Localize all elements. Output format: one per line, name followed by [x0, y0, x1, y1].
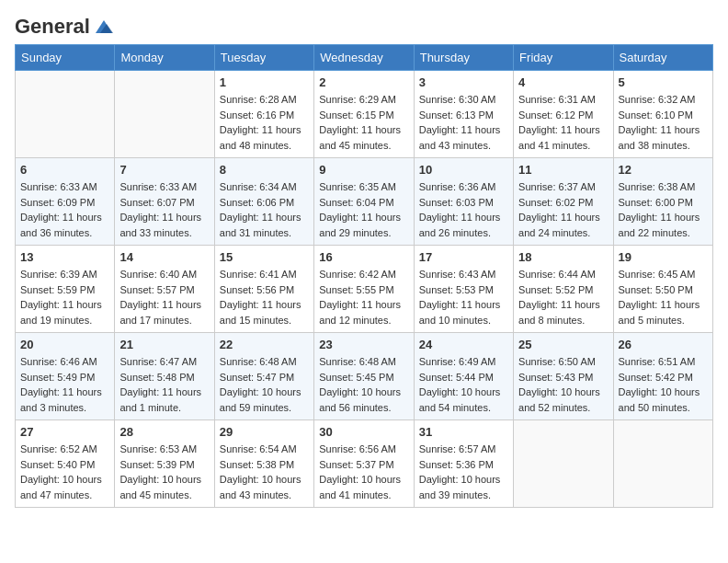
calendar-cell: 25Sunrise: 6:50 AMSunset: 5:43 PMDayligh…	[514, 333, 613, 420]
day-info: Sunrise: 6:50 AMSunset: 5:43 PMDaylight:…	[518, 354, 608, 415]
day-info: Sunrise: 6:37 AMSunset: 6:02 PMDaylight:…	[518, 179, 608, 240]
day-info: Sunrise: 6:42 AMSunset: 5:55 PMDaylight:…	[319, 267, 408, 327]
calendar-cell: 28Sunrise: 6:53 AMSunset: 5:39 PMDayligh…	[115, 420, 214, 508]
day-number: 1	[220, 75, 309, 89]
day-info: Sunrise: 6:47 AMSunset: 5:48 PMDaylight:…	[119, 354, 209, 415]
calendar-cell: 6Sunrise: 6:33 AMSunset: 6:09 PMDaylight…	[16, 158, 115, 246]
day-number: 23	[319, 338, 408, 351]
day-number: 15	[220, 250, 309, 264]
logo-icon	[94, 18, 114, 35]
day-number: 6	[20, 163, 109, 177]
calendar-cell	[115, 71, 214, 158]
day-info: Sunrise: 6:29 AMSunset: 6:15 PMDaylight:…	[319, 92, 408, 153]
calendar-cell: 10Sunrise: 6:36 AMSunset: 6:03 PMDayligh…	[414, 158, 513, 246]
calendar-week-row: 20Sunrise: 6:46 AMSunset: 5:49 PMDayligh…	[16, 333, 713, 420]
calendar-cell: 4Sunrise: 6:31 AMSunset: 6:12 PMDaylight…	[514, 71, 613, 158]
day-number: 4	[518, 75, 608, 89]
day-number: 12	[619, 163, 708, 177]
day-info: Sunrise: 6:46 AMSunset: 5:49 PMDaylight:…	[20, 354, 109, 415]
day-number: 17	[419, 250, 508, 264]
calendar-cell: 8Sunrise: 6:34 AMSunset: 6:06 PMDaylight…	[214, 158, 313, 246]
day-number: 8	[220, 163, 309, 177]
calendar-cell: 22Sunrise: 6:48 AMSunset: 5:47 PMDayligh…	[214, 333, 313, 420]
calendar-week-row: 13Sunrise: 6:39 AMSunset: 5:59 PMDayligh…	[16, 246, 713, 333]
calendar-cell: 24Sunrise: 6:49 AMSunset: 5:44 PMDayligh…	[414, 333, 513, 420]
day-number: 10	[419, 163, 508, 177]
day-number: 9	[319, 163, 408, 177]
day-number: 11	[518, 163, 608, 177]
day-number: 16	[319, 250, 408, 264]
day-number: 29	[220, 425, 309, 439]
day-number: 22	[220, 338, 309, 351]
day-number: 26	[619, 338, 708, 351]
calendar-cell: 2Sunrise: 6:29 AMSunset: 6:15 PMDaylight…	[314, 71, 414, 158]
day-number: 3	[419, 75, 508, 89]
calendar-cell: 3Sunrise: 6:30 AMSunset: 6:13 PMDaylight…	[414, 71, 513, 158]
day-number: 19	[619, 250, 708, 264]
day-info: Sunrise: 6:49 AMSunset: 5:44 PMDaylight:…	[419, 354, 508, 415]
calendar-cell: 31Sunrise: 6:57 AMSunset: 5:36 PMDayligh…	[414, 420, 513, 508]
calendar-cell	[16, 71, 115, 158]
day-number: 2	[319, 75, 408, 89]
calendar-cell: 16Sunrise: 6:42 AMSunset: 5:55 PMDayligh…	[314, 246, 414, 333]
day-number: 21	[119, 338, 209, 351]
day-number: 20	[20, 338, 109, 351]
day-info: Sunrise: 6:48 AMSunset: 5:45 PMDaylight:…	[319, 354, 408, 415]
day-info: Sunrise: 6:28 AMSunset: 6:16 PMDaylight:…	[220, 92, 309, 153]
day-info: Sunrise: 6:53 AMSunset: 5:39 PMDaylight:…	[119, 442, 209, 502]
day-number: 13	[20, 250, 109, 264]
day-info: Sunrise: 6:57 AMSunset: 5:36 PMDaylight:…	[419, 442, 508, 502]
logo-general: General	[15, 15, 90, 39]
day-of-week-header: Saturday	[613, 45, 712, 71]
day-number: 18	[518, 250, 608, 264]
day-of-week-header: Friday	[514, 45, 613, 71]
calendar-cell: 19Sunrise: 6:45 AMSunset: 5:50 PMDayligh…	[613, 246, 712, 333]
day-of-week-header: Wednesday	[314, 45, 414, 71]
calendar-cell	[514, 420, 613, 508]
calendar-cell: 23Sunrise: 6:48 AMSunset: 5:45 PMDayligh…	[314, 333, 414, 420]
day-number: 31	[419, 425, 508, 439]
logo: General	[15, 15, 114, 35]
day-info: Sunrise: 6:32 AMSunset: 6:10 PMDaylight:…	[619, 92, 708, 153]
day-of-week-header: Monday	[115, 45, 214, 71]
day-info: Sunrise: 6:31 AMSunset: 6:12 PMDaylight:…	[518, 92, 608, 153]
day-info: Sunrise: 6:52 AMSunset: 5:40 PMDaylight:…	[20, 442, 109, 502]
day-info: Sunrise: 6:36 AMSunset: 6:03 PMDaylight:…	[419, 179, 508, 240]
day-number: 24	[419, 338, 508, 351]
calendar-week-row: 1Sunrise: 6:28 AMSunset: 6:16 PMDaylight…	[16, 71, 713, 158]
calendar-week-row: 6Sunrise: 6:33 AMSunset: 6:09 PMDaylight…	[16, 158, 713, 246]
calendar-cell: 18Sunrise: 6:44 AMSunset: 5:52 PMDayligh…	[514, 246, 613, 333]
page-header: General	[15, 15, 713, 35]
calendar-cell	[613, 420, 712, 508]
day-number: 7	[119, 163, 209, 177]
calendar-cell: 5Sunrise: 6:32 AMSunset: 6:10 PMDaylight…	[613, 71, 712, 158]
day-info: Sunrise: 6:51 AMSunset: 5:42 PMDaylight:…	[619, 354, 708, 415]
calendar-cell: 9Sunrise: 6:35 AMSunset: 6:04 PMDaylight…	[314, 158, 414, 246]
day-number: 14	[119, 250, 209, 264]
calendar-cell: 13Sunrise: 6:39 AMSunset: 5:59 PMDayligh…	[16, 246, 115, 333]
day-of-week-header: Thursday	[414, 45, 513, 71]
calendar-week-row: 27Sunrise: 6:52 AMSunset: 5:40 PMDayligh…	[16, 420, 713, 508]
calendar-cell: 26Sunrise: 6:51 AMSunset: 5:42 PMDayligh…	[613, 333, 712, 420]
calendar-cell: 21Sunrise: 6:47 AMSunset: 5:48 PMDayligh…	[115, 333, 214, 420]
calendar-cell: 27Sunrise: 6:52 AMSunset: 5:40 PMDayligh…	[16, 420, 115, 508]
day-number: 25	[518, 338, 608, 351]
calendar-cell: 29Sunrise: 6:54 AMSunset: 5:38 PMDayligh…	[214, 420, 313, 508]
day-info: Sunrise: 6:33 AMSunset: 6:09 PMDaylight:…	[20, 179, 109, 240]
day-info: Sunrise: 6:38 AMSunset: 6:00 PMDaylight:…	[619, 179, 708, 240]
day-info: Sunrise: 6:39 AMSunset: 5:59 PMDaylight:…	[20, 267, 109, 327]
day-info: Sunrise: 6:56 AMSunset: 5:37 PMDaylight:…	[319, 442, 408, 502]
day-info: Sunrise: 6:34 AMSunset: 6:06 PMDaylight:…	[220, 179, 309, 240]
calendar-cell: 14Sunrise: 6:40 AMSunset: 5:57 PMDayligh…	[115, 246, 214, 333]
calendar-cell: 7Sunrise: 6:33 AMSunset: 6:07 PMDaylight…	[115, 158, 214, 246]
day-info: Sunrise: 6:35 AMSunset: 6:04 PMDaylight:…	[319, 179, 408, 240]
calendar-cell: 11Sunrise: 6:37 AMSunset: 6:02 PMDayligh…	[514, 158, 613, 246]
day-info: Sunrise: 6:43 AMSunset: 5:53 PMDaylight:…	[419, 267, 508, 327]
day-of-week-header: Tuesday	[214, 45, 313, 71]
day-info: Sunrise: 6:41 AMSunset: 5:56 PMDaylight:…	[220, 267, 309, 327]
day-info: Sunrise: 6:54 AMSunset: 5:38 PMDaylight:…	[220, 442, 309, 502]
calendar-cell: 17Sunrise: 6:43 AMSunset: 5:53 PMDayligh…	[414, 246, 513, 333]
calendar-cell: 12Sunrise: 6:38 AMSunset: 6:00 PMDayligh…	[613, 158, 712, 246]
calendar-header-row: SundayMondayTuesdayWednesdayThursdayFrid…	[16, 45, 713, 71]
day-number: 27	[20, 425, 109, 439]
